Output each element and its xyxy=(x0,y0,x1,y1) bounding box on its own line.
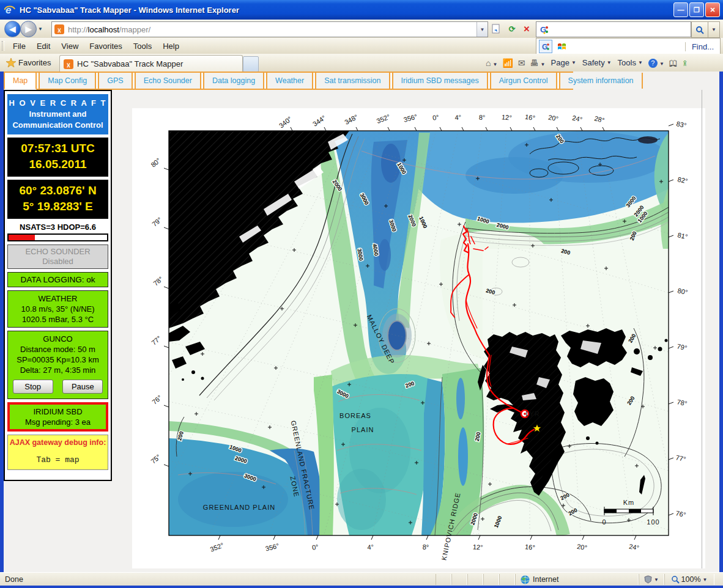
longitude: 5° 19.8283' E xyxy=(7,199,108,215)
axis-label-right: 80° xyxy=(677,287,689,296)
gunco-panel: GUNCO Distance mode: 50 m SP=00035 Kp=10… xyxy=(7,331,108,399)
close-button[interactable]: ✕ xyxy=(705,2,720,17)
gps-bar-fill xyxy=(9,235,35,240)
zoom-control[interactable]: 100% ▼ xyxy=(664,574,714,585)
tab-system-info[interactable]: System information xyxy=(559,73,643,89)
scale-end: 100 xyxy=(647,518,659,526)
zone-cell: Internet xyxy=(515,574,639,585)
browser-tab[interactable]: ꭓ HC "Sabvabaa" Track Mapper xyxy=(59,55,243,72)
tab-gps[interactable]: GPS xyxy=(98,73,132,89)
position-panel: 60° 23.0876' N 5° 19.8283' E xyxy=(7,180,108,219)
search-icon xyxy=(695,26,704,34)
windows-live-icon[interactable] xyxy=(557,42,567,51)
utc-time: 07:57:31 UTC xyxy=(7,141,108,156)
zoom-magnifier-icon xyxy=(672,576,680,584)
feeds-icon[interactable]: 📶 xyxy=(500,58,515,68)
url-prefix: http:// xyxy=(68,25,88,34)
google-provider-icon[interactable]: G xyxy=(539,40,552,53)
stop-icon[interactable]: ✕ xyxy=(520,22,533,35)
menu-file[interactable]: File xyxy=(7,40,31,53)
search-input[interactable]: G xyxy=(536,21,691,37)
status-cell xyxy=(483,574,499,585)
tab-airgun-control[interactable]: Airgun Control xyxy=(490,73,557,89)
search-options-dropdown[interactable]: ▼ xyxy=(708,21,720,38)
tab-sat-transmission[interactable]: Sat transmission xyxy=(315,73,390,89)
axis-label-bottom: 24° xyxy=(628,543,639,552)
compatibility-view-icon[interactable] xyxy=(489,22,503,35)
tab-map-config[interactable]: Map Config xyxy=(39,73,96,89)
axis-label-left: 79° xyxy=(150,216,163,228)
pause-button[interactable]: Pause xyxy=(62,380,103,394)
place-label: PLAIN xyxy=(352,426,374,433)
axis-label-left: 77° xyxy=(150,334,162,347)
menu-view[interactable]: View xyxy=(56,40,84,53)
axis-label-bottom: 8° xyxy=(423,543,429,551)
protected-mode-button[interactable]: ▼ xyxy=(639,574,664,585)
toolbar-grip xyxy=(2,41,5,51)
utc-date: 16.05.2011 xyxy=(7,156,108,172)
favorites-button[interactable]: Favorites xyxy=(18,58,51,67)
status-bar: Done Internet ▼ 100% ▼ xyxy=(0,572,723,586)
status-cell xyxy=(451,574,467,585)
axis-label-right: 79° xyxy=(677,342,688,351)
site-favicon: ꭓ xyxy=(54,24,64,34)
axis-label-left: 75° xyxy=(149,453,161,465)
maximize-button[interactable]: ❐ xyxy=(689,2,704,17)
messenger-icon[interactable]: 🯅 xyxy=(680,58,689,68)
bathymetric-map: 2001000200030003000200010004000300010002… xyxy=(147,108,704,565)
axis-label-bottom: 20° xyxy=(576,543,587,551)
menu-help[interactable]: Help xyxy=(157,40,185,53)
help-icon[interactable]: ?▼ xyxy=(646,57,667,68)
nav-history-dropdown[interactable]: ▼ xyxy=(38,26,43,32)
back-button[interactable]: ◀ xyxy=(4,21,21,37)
axis-label-bottom: 0° xyxy=(311,543,319,551)
url-path: /mapper/ xyxy=(119,25,150,34)
tab-echo-sounder[interactable]: Echo Sounder xyxy=(135,73,201,89)
scale-unit: Km xyxy=(623,499,635,506)
axis-label-right: 83° xyxy=(676,120,688,129)
ie-logo-icon: e xyxy=(4,4,16,16)
axis-label-top: 344° xyxy=(311,114,327,128)
status-cell xyxy=(467,574,483,585)
stop-button[interactable]: Stop xyxy=(13,380,53,394)
menu-edit[interactable]: Edit xyxy=(31,40,56,53)
safety-menu[interactable]: Safety▼ xyxy=(579,58,615,67)
axis-label-bottom: 4° xyxy=(367,543,374,551)
search-provider-strip: G Find... xyxy=(536,38,721,55)
tab-map[interactable]: Map xyxy=(4,73,37,90)
axis-label-left: 80° xyxy=(149,156,161,169)
google-icon: G xyxy=(539,25,549,34)
command-bar: ⌂▼ 📶 ✉ 🖶▼ Page▼ Safety▼ Tools▼ ?▼ 🕮 🯅 xyxy=(483,54,723,72)
find-on-page[interactable]: Find... xyxy=(685,42,720,51)
menu-tools[interactable]: Tools xyxy=(128,40,157,53)
scale-start: 0 xyxy=(602,518,606,526)
tools-menu[interactable]: Tools▼ xyxy=(615,58,646,67)
window-title: HC "Sabvabaa" Track Mapper - Windows Int… xyxy=(20,6,239,15)
menu-favorites[interactable]: Favorites xyxy=(84,40,127,53)
svg-text:G: G xyxy=(540,25,546,34)
refresh-icon[interactable]: ⟳ xyxy=(505,22,519,35)
url-host: localhost xyxy=(88,25,119,34)
axis-label-top: 4° xyxy=(454,114,461,122)
search-button[interactable] xyxy=(691,21,708,38)
forward-button[interactable]: ▶ xyxy=(20,21,37,37)
axis-label-left: 78° xyxy=(152,275,164,287)
address-field[interactable]: ꭓ http://localhost/mapper/ ▼ xyxy=(51,21,488,37)
tab-iridium-sbd[interactable]: Iridium SBD messages xyxy=(392,73,488,89)
tab-favicon: ꭓ xyxy=(64,59,73,69)
latitude: 60° 23.0876' N xyxy=(7,183,108,199)
read-mail-icon[interactable]: ✉ xyxy=(516,58,528,68)
new-tab-button[interactable] xyxy=(243,56,259,72)
research-icon[interactable]: 🕮 xyxy=(667,58,680,68)
tab-weather[interactable]: Weather xyxy=(266,73,313,89)
page-menu[interactable]: Page▼ xyxy=(548,58,579,67)
address-dropdown[interactable]: ▼ xyxy=(476,22,488,37)
security-zone: Internet xyxy=(533,575,558,584)
home-icon[interactable]: ⌂▼ xyxy=(483,58,500,68)
address-bar-row: ◀ ▶ ▼ ꭓ http://localhost/mapper/ ▼ ⟳ ✕ G… xyxy=(0,20,723,39)
hovercraft-header: H O V E R C R A F T Instrument and Commu… xyxy=(7,94,108,134)
axis-label-right: 82° xyxy=(677,175,689,185)
minimize-button[interactable]: — xyxy=(673,2,688,17)
tab-data-logging[interactable]: Data logging xyxy=(203,73,264,89)
print-icon[interactable]: 🖶▼ xyxy=(528,58,548,68)
